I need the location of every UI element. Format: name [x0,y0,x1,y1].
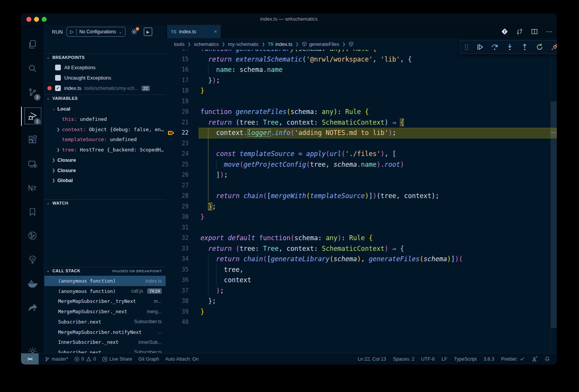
activity-item-bookmarks[interactable] [21,201,44,223]
continue-button[interactable] [476,43,484,51]
tab-index-ts[interactable]: TS index.ts × [167,25,221,38]
code-line-17[interactable]: 17 }); [166,75,557,86]
line-number[interactable]: 20 [166,107,189,117]
code-line-18[interactable]: 18} [166,86,557,96]
watch-section-header[interactable]: ⌄WATCH [44,199,166,207]
status-item-typescript[interactable]: TypeScript [454,356,477,362]
drag-handle-icon[interactable] [464,44,469,50]
configure-gear-button[interactable] [131,28,138,35]
code-line-19[interactable]: 19 [166,96,557,107]
line-number[interactable]: 34 [166,254,189,265]
line-number[interactable]: 25 [166,159,189,170]
line-number[interactable]: 16 [166,65,189,75]
code-line-31[interactable]: 31 [166,223,557,233]
code-line-35[interactable]: 35 tree, [166,265,557,275]
code-line-33[interactable]: 33 return (tree: Tree, context: Schemati… [166,244,557,254]
breadcrumb-item[interactable]: tools [174,41,184,47]
code-line-34[interactable]: 34 return chain([generateLibrary(schema)… [166,254,557,265]
status-item-utf-8[interactable]: UTF-8 [421,356,434,362]
line-number[interactable]: 40 [166,317,189,328]
debug-console-button[interactable]: ▶ [144,28,152,36]
step-out-button[interactable] [521,43,529,51]
status-item-live-share[interactable]: Live Share [102,356,132,362]
activity-item-test-explorer[interactable] [21,249,44,270]
breakpoint-item[interactable]: ✓index.tstools/schematics/my-sch...22 [44,83,166,93]
breadcrumb-item[interactable]: schematics [194,41,219,47]
close-window-button[interactable] [26,17,31,22]
code-line-29[interactable]: 29 }; [166,202,557,212]
code-line-36[interactable]: 36 context [166,275,557,286]
code-line-40[interactable]: 40 [166,317,557,328]
variable-templateSource[interactable]: templateSource: undefined [44,134,166,145]
status-item-spaces-2[interactable]: Spaces: 2 [393,356,415,362]
step-over-button[interactable] [491,43,499,51]
breakpoint-item[interactable]: All Exceptions [44,62,166,73]
code-line-38[interactable]: 38 }; [166,296,557,307]
close-tab-icon[interactable]: × [214,29,217,34]
line-number[interactable]: 31 [166,223,189,233]
code-line-15[interactable]: 15 return externalSchematic('@nrwl/works… [166,54,557,65]
restart-button[interactable] [536,43,543,51]
activity-item-run-and-debug[interactable]: 1 [21,106,44,127]
call-stack-section-header[interactable]: ⌄CALL STACKPAUSED ON BREAKPOINT [44,267,166,274]
code-line-26[interactable]: 26 ]); [166,170,557,181]
breadcrumb-item[interactable]: TSindex.ts [268,41,293,47]
editor-scrollbar[interactable] [551,50,557,353]
debug-current-line-breakpoint-icon[interactable] [168,130,174,136]
title-bar[interactable]: index.ts — wrkschematics [21,13,557,25]
code-line-27[interactable]: 27 [166,181,557,191]
activity-item-explorer[interactable] [21,34,44,55]
code-line-37[interactable]: 37 ); [166,286,557,296]
breakpoints-section-header[interactable]: ⌄BREAKPOINTS [44,54,166,61]
line-number[interactable]: 27 [166,181,189,191]
line-number[interactable]: 15 [166,54,189,65]
more-actions-icon[interactable]: ⋯ [546,28,553,35]
breakpoint-checkbox[interactable] [55,65,61,70]
code-line-39[interactable]: 39} [166,307,557,317]
activity-item-remote-explorer[interactable] [21,153,44,175]
status-item-git-graph[interactable]: Git Graph [138,356,159,362]
code-line-20[interactable]: 20function generateFiles(schema: any): R… [166,107,557,117]
code-line-32[interactable]: 32export default function(schema: any): … [166,233,557,244]
status-item-lf[interactable]: LF [442,356,447,362]
breakpoint-checkbox[interactable] [55,75,61,81]
variable-context[interactable]: ❯context: Object {debug: false, en… [44,124,166,135]
line-number[interactable]: 37 [166,286,189,296]
code-line-22[interactable]: 22 context.logger.info('adding NOTES.md … [166,128,557,138]
line-number[interactable]: 17 [166,75,189,86]
code-line-28[interactable]: 28 return chain([mergeWith(templateSourc… [166,191,557,202]
line-number[interactable]: 38 [166,296,189,307]
status-item-0-0[interactable]: 00 [74,356,96,362]
status-item-master-[interactable]: master* [45,356,68,362]
line-number[interactable]: 18 [166,86,189,96]
activity-item-docker[interactable] [21,273,44,294]
line-number[interactable]: 32 [166,233,189,244]
breadcrumb-item[interactable]: my-schematic [228,41,259,47]
status-item-feedback[interactable] [532,356,538,362]
remote-indicator[interactable]: >< [21,353,39,365]
breadcrumb-item[interactable]: generateFiles [302,41,339,47]
stack-frame[interactable]: MergeMapSubscriber._nextmerg... [44,306,166,317]
variables-scope-closure-0[interactable]: ❯Closure [44,155,166,165]
start-debug-icon[interactable]: ▷ [70,29,73,34]
activity-item-deploy[interactable] [21,297,44,318]
line-number[interactable]: 29 [166,202,189,212]
stack-frame[interactable]: InnerSubscriber._nextInnerSub... [44,337,166,347]
code-line-16[interactable]: 16 name: schema.name [166,65,557,75]
minimize-window-button[interactable] [34,17,39,22]
variable-tree[interactable]: ❯tree: HostTree {_backend: ScopedH… [44,145,166,155]
open-changes-icon[interactable] [501,28,508,35]
line-number[interactable]: 19 [166,96,189,107]
stack-frame[interactable]: Subscriber.nextSubscriber.ts [44,317,166,327]
line-number[interactable]: 14 [166,50,189,54]
code-line-24[interactable]: 24 const templateSource = apply(url('./f… [166,149,557,159]
variables-scope-closure-1[interactable]: ❯Closure [44,165,166,176]
status-item-auto-attach-on[interactable]: Auto Attach: On [165,356,199,362]
line-number[interactable]: 39 [166,307,189,317]
line-number[interactable]: 23 [166,138,189,149]
status-item-3-8-3[interactable]: 3.8.3 [483,356,494,362]
status-item-prettier-[interactable]: Prettier: [501,356,525,362]
code-line-30[interactable]: 30} [166,212,557,223]
stack-frame[interactable]: MergeMapSubscriber._tryNextm... [44,296,166,306]
breadcrumb-item[interactable] [348,41,356,47]
